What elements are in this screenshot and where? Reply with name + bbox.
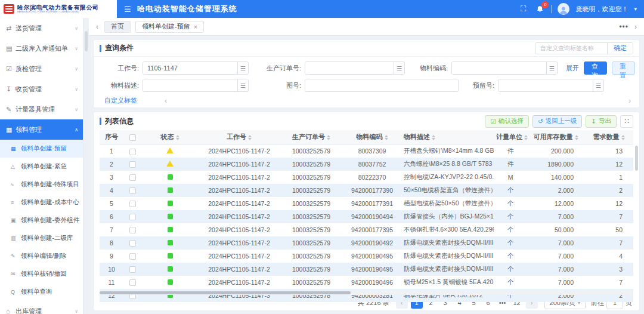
- table-row[interactable]: 2 2024HPC1105-1147-2 10003252579 8003775…: [100, 158, 633, 171]
- tags-scroll-right-icon[interactable]: ›: [628, 97, 631, 105]
- menu-collapse-icon[interactable]: ☰: [124, 5, 131, 14]
- fullscreen-icon[interactable]: ⛶: [518, 4, 528, 14]
- tab-0[interactable]: 首页: [104, 21, 131, 33]
- query-section-title: 查询条件: [100, 43, 134, 53]
- status-ok-icon: [168, 201, 173, 206]
- sort-icon[interactable]: [432, 135, 435, 141]
- material-desc-input[interactable]: [143, 79, 237, 91]
- prod-order-input[interactable]: [305, 62, 394, 74]
- cell-prod-order: 10003252579: [280, 210, 343, 223]
- table-row[interactable]: 7 2024HPC1105-1147-2 10003252579 9420001…: [100, 223, 633, 236]
- sidebar-item-outbound[interactable]: ⌂ 出库管理 ∨: [0, 301, 83, 314]
- tab-1[interactable]: 领料单创建-预留×: [135, 21, 204, 33]
- tabs-scroll-right-icon[interactable]: ›: [633, 23, 638, 31]
- list-select-icon[interactable]: ☰: [237, 62, 248, 74]
- row-checkbox[interactable]: [129, 214, 136, 220]
- sidebar-subitem-cost[interactable]: ≡ 领料单创建-成本中心: [0, 193, 83, 211]
- table-row[interactable]: 1 2024HPC1105-1147-2 10003252579 8003730…: [100, 144, 633, 158]
- cell-desc: 不锈钢扎带4.6×300 5EA.420.2963/#18: [401, 223, 494, 236]
- table-row[interactable]: 8 2024HPC1105-1147-2 10003252579 9420001…: [100, 236, 633, 250]
- row-checkbox[interactable]: [129, 227, 136, 233]
- sidebar-item-material[interactable]: ▦ 领料管理 ∧: [0, 119, 83, 140]
- cell-code: 942000190494: [343, 210, 401, 223]
- column-settings-icon[interactable]: ∷: [620, 115, 633, 128]
- sidebar-subitem-edit[interactable]: ✎ 领料单编辑/删除: [0, 247, 83, 265]
- edit-icon: ✎: [11, 253, 18, 259]
- sidebar-subitem-secondary[interactable]: ▥ 领料单创建-二级库: [0, 229, 83, 247]
- sort-icon[interactable]: [327, 135, 330, 141]
- sort-icon[interactable]: [524, 135, 528, 141]
- sidebar-item-receive[interactable]: ↧ 收货管理 ∨: [0, 79, 83, 99]
- sidebar-scrollbar[interactable]: [83, 18, 89, 314]
- table-row[interactable]: 3 2024HPC1105-1147-2 10003252579 8022237…: [100, 171, 633, 184]
- scrollbar-thumb[interactable]: [85, 31, 88, 51]
- reset-button[interactable]: 重置: [612, 61, 635, 75]
- cell-demand: 4: [584, 250, 633, 263]
- export-button[interactable]: ↧导出: [586, 115, 617, 128]
- chevron-down-icon[interactable]: ▾: [634, 6, 637, 12]
- list-select-icon[interactable]: ☰: [237, 79, 248, 91]
- sidebar-item-measure[interactable]: ✎ 计量器具管理 ∨: [0, 99, 83, 119]
- row-checkbox[interactable]: [129, 253, 136, 260]
- expand-link[interactable]: 展开: [566, 64, 579, 73]
- material-code-input[interactable]: [452, 62, 546, 74]
- custom-tag-name-input[interactable]: [535, 43, 607, 54]
- avatar[interactable]: [558, 3, 569, 15]
- list-select-icon[interactable]: ☰: [394, 62, 404, 74]
- sort-icon[interactable]: [575, 135, 578, 141]
- work-no-input[interactable]: [143, 62, 237, 74]
- sort-icon[interactable]: [248, 135, 252, 141]
- sidebar-subitem-reserve[interactable]: ▦ 领料单创建-预留: [0, 140, 83, 158]
- close-icon[interactable]: ×: [194, 23, 197, 30]
- sidebar-item-quality[interactable]: ☑ 质检管理 ∨: [0, 59, 83, 79]
- row-checkbox[interactable]: [129, 174, 136, 181]
- confirm-select-button[interactable]: ☑确认选择: [485, 115, 528, 128]
- scrollbar-thumb[interactable]: [100, 291, 351, 294]
- tabs-scroll-left-icon[interactable]: ‹: [95, 23, 100, 31]
- row-checkbox[interactable]: [129, 149, 136, 155]
- sidebar-subitem-writeoff[interactable]: ✉ 领料单核销/撤回: [0, 265, 83, 283]
- cell-prod-order: 10003252579: [280, 276, 343, 289]
- status-ok-icon: [168, 240, 173, 245]
- sort-icon[interactable]: [176, 135, 179, 141]
- table-row[interactable]: 11 2024HPC1105-1147-2 10003252579 942000…: [100, 276, 633, 289]
- back-level-button[interactable]: ↺返回上一级: [532, 115, 582, 128]
- tabs-more-icon[interactable]: •••: [619, 23, 628, 31]
- sidebar-item-notice[interactable]: ▤ 二级库入库通知单 ∨: [0, 38, 83, 59]
- list-select-icon[interactable]: ☰: [593, 79, 603, 91]
- table-vertical-scrollbar[interactable]: [635, 146, 638, 171]
- sort-icon[interactable]: [621, 135, 625, 141]
- row-checkbox[interactable]: [129, 279, 136, 286]
- table-row[interactable]: 5 2024HPC1105-1147-2 10003252579 9420001…: [100, 197, 633, 210]
- sidebar-subitem-special[interactable]: ≈ 领料单创建-特殊项目: [0, 176, 83, 193]
- company-subtitle: HARBIN ELECTRIC POWER EQUIPMENT COMPANY …: [17, 11, 91, 13]
- drawing-no-input[interactable]: [305, 79, 458, 91]
- row-checkbox[interactable]: [129, 161, 136, 168]
- row-checkbox[interactable]: [129, 201, 136, 207]
- table-row[interactable]: 4 2024HPC1105-1147-2 10003252579 9420001…: [100, 184, 633, 197]
- notification-bell-icon[interactable]: 0: [534, 4, 545, 14]
- cell-seq: 6: [100, 210, 123, 223]
- tab-label: 领料单创建-预留: [142, 22, 190, 31]
- confirm-tag-button[interactable]: 确定: [607, 43, 633, 54]
- table-row[interactable]: 6 2024HPC1105-1147-2 10003252579 9420001…: [100, 210, 633, 223]
- select-all-checkbox[interactable]: [129, 134, 136, 141]
- sidebar-subitem-search[interactable]: Q 领料单查询: [0, 283, 83, 301]
- reserve-no-input[interactable]: [499, 79, 593, 91]
- sort-icon[interactable]: [385, 135, 388, 141]
- table-horizontal-scrollbar[interactable]: [100, 291, 633, 295]
- sidebar-subitem-urgent[interactable]: △ 领料单创建-紧急: [0, 158, 83, 176]
- sidebar-subitem-outsource[interactable]: ▣ 领料单创建-委外组件: [0, 211, 83, 229]
- row-checkbox[interactable]: [129, 187, 136, 194]
- status-ok-icon: [168, 214, 173, 219]
- search-button[interactable]: 查询: [584, 61, 607, 75]
- custom-tag-link[interactable]: 自定义标签: [104, 96, 137, 105]
- list-select-icon[interactable]: ☰: [546, 62, 557, 74]
- row-checkbox[interactable]: [129, 240, 136, 247]
- row-checkbox[interactable]: [129, 266, 136, 273]
- table-row[interactable]: 9 2024HPC1105-1147-2 10003252579 9420001…: [100, 250, 633, 263]
- table-row[interactable]: 10 2024HPC1105-1147-2 10003252579 942000…: [100, 263, 633, 276]
- tags-scroll-left-icon[interactable]: ‹: [165, 97, 167, 105]
- sidebar-item-delivery[interactable]: ⇄ 送货管理 ∨: [0, 18, 83, 38]
- user-greeting[interactable]: 庞晓明，欢迎您！: [575, 5, 628, 14]
